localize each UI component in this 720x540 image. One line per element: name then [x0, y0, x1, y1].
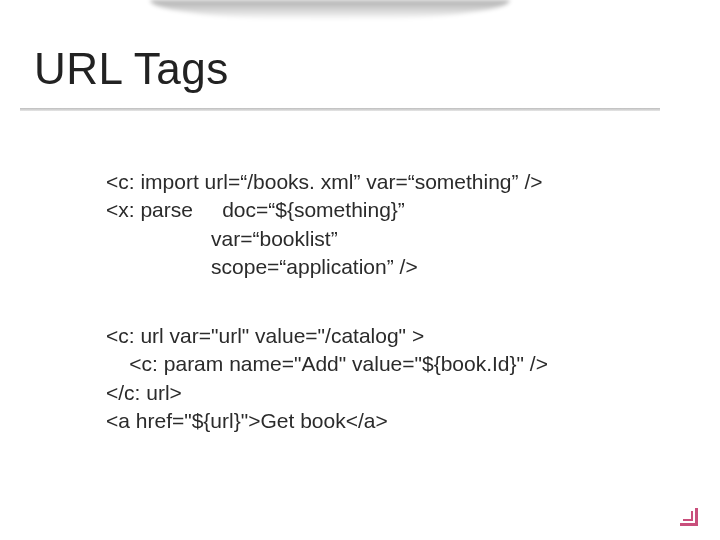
- corner-decoration-icon: [680, 508, 698, 526]
- slide-title: URL Tags: [34, 44, 229, 94]
- code-block-url-tag: <c: url var="url" value="/catalog" > <c:…: [106, 322, 548, 435]
- title-underline: [20, 108, 660, 111]
- top-shadow-decoration: [150, 0, 510, 20]
- code-block-import-parse: <c: import url=“/books. xml” var=“someth…: [106, 168, 542, 281]
- slide: URL Tags <c: import url=“/books. xml” va…: [0, 0, 720, 540]
